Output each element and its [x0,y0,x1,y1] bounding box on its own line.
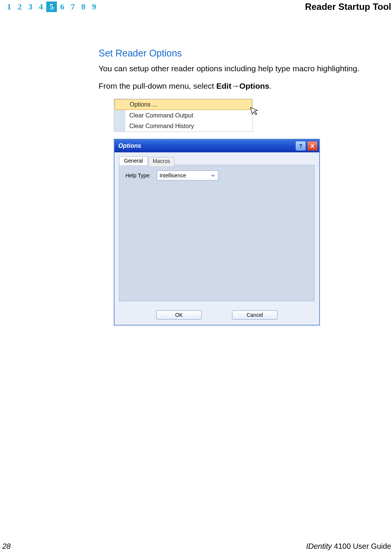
chapter-link-5-active[interactable]: 5 [46,2,57,12]
chapter-link-1[interactable]: 1 [4,2,14,12]
content-area: Set Reader Options You can setup other r… [99,48,384,326]
chapter-link-8[interactable]: 8 [78,2,89,12]
dialog-titlebar: Options ? X [114,139,319,152]
intro-paragraph: You can setup other reader options inclu… [99,63,384,74]
dialog-tabs: General Macros [119,156,315,165]
titlebar-buttons: ? X [295,141,318,151]
tab-macros[interactable]: Macros [149,157,174,166]
page-footer: 28 IDentity 4100 User Guide [0,542,392,551]
chevron-down-icon [210,172,216,179]
help-type-select[interactable]: Intellisence [157,171,218,180]
instruction-pre: From the pull-down menu, select [99,81,216,90]
dialog-title: Options [118,143,141,149]
chapter-link-9[interactable]: 9 [89,2,99,12]
chapter-link-4[interactable]: 4 [36,2,46,12]
menu-item-clear-history[interactable]: Clear Command History [114,121,252,132]
titlebar-close-button[interactable]: X [307,141,318,151]
tab-general[interactable]: General [119,156,148,165]
guide-brand: IDentity [306,542,332,550]
chapter-link-2[interactable]: 2 [14,2,25,12]
menu-item-clear-output[interactable]: Clear Command Output [114,110,252,121]
header-title: Reader Startup Tool [305,2,392,12]
instruction-post: . [269,81,271,90]
menu-options-label: Options [239,81,269,90]
chapter-link-3[interactable]: 3 [25,2,36,12]
options-dialog: Options ? X General Macros Help Type: In… [114,139,320,326]
guide-rest: 4100 User Guide [332,542,391,550]
instruction-paragraph: From the pull-down menu, select Edit→Opt… [99,81,384,91]
chapter-nav: 1 2 3 4 5 6 7 8 9 [4,2,99,12]
page-number: 28 [2,542,11,551]
page-header: 1 2 3 4 5 6 7 8 9 Reader Startup Tool [0,0,392,14]
menu-item-options[interactable]: Options ... [114,99,252,110]
arrow-icon: → [231,81,239,90]
ok-button[interactable]: OK [156,310,202,320]
tab-panel-general: Help Type: Intellisence [119,165,315,301]
menu-edit-label: Edit [216,81,231,90]
edit-menu-dropdown: Options ... Clear Command Output Clear C… [114,99,253,132]
guide-title: IDentity 4100 User Guide [306,542,391,551]
help-type-value: Intellisence [160,172,186,179]
chapter-link-7[interactable]: 7 [67,2,78,12]
section-heading: Set Reader Options [99,48,384,59]
titlebar-help-button[interactable]: ? [295,141,306,151]
help-type-row: Help Type: Intellisence [125,171,308,180]
dialog-footer: OK Cancel [114,306,319,325]
help-type-label: Help Type: [125,172,151,179]
cancel-button[interactable]: Cancel [232,310,278,320]
dialog-body: General Macros Help Type: Intellisence [114,152,319,306]
chapter-link-6[interactable]: 6 [57,2,67,12]
